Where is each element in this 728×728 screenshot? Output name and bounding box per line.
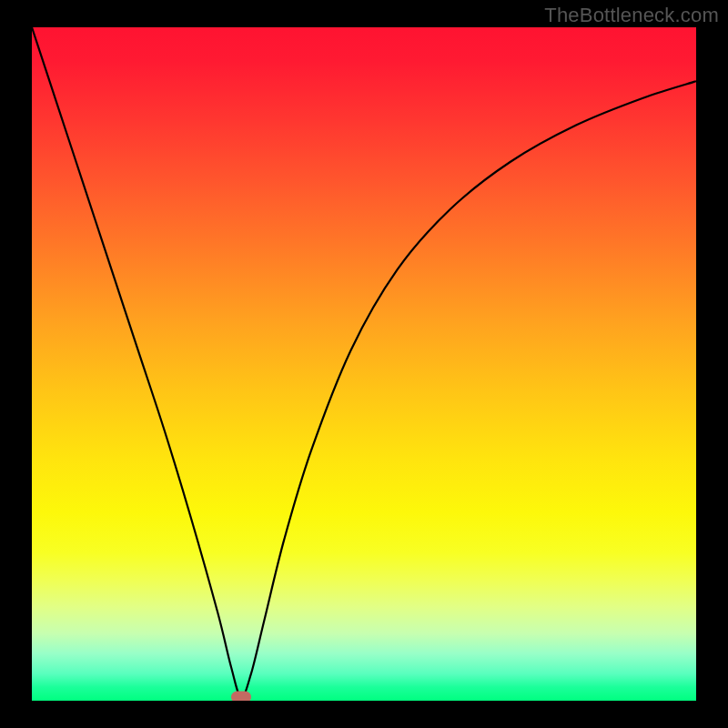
minimum-marker	[231, 692, 251, 701]
curve-path	[32, 27, 696, 697]
chart-frame: TheBottleneck.com	[0, 0, 728, 728]
bottleneck-curve	[32, 27, 696, 701]
watermark-text: TheBottleneck.com	[544, 4, 719, 27]
plot-area	[32, 27, 696, 701]
